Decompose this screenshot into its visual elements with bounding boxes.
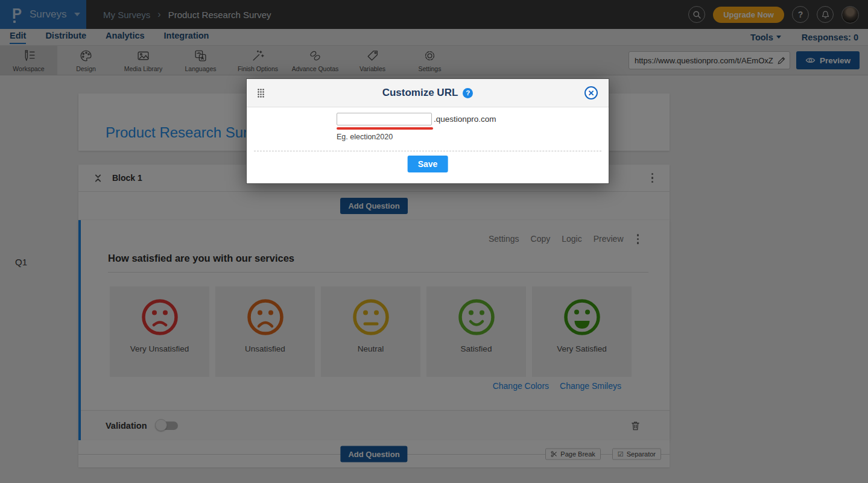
drag-handle[interactable] — [258, 89, 264, 98]
input-hint: Eg. election2020 — [337, 133, 393, 141]
modal-backdrop[interactable] — [0, 0, 868, 483]
modal-header: Customize URL ? ✕ — [247, 79, 609, 107]
modal-title-row: Customize URL ? — [247, 87, 609, 99]
custom-url-input[interactable] — [337, 113, 432, 125]
modal-divider — [254, 151, 601, 151]
save-button[interactable]: Save — [408, 156, 448, 172]
modal-title: Customize URL — [382, 87, 458, 99]
domain-suffix: .questionpro.com — [434, 113, 496, 125]
close-modal-button[interactable]: ✕ — [584, 86, 598, 99]
close-icon: ✕ — [588, 89, 595, 98]
custom-url-row: .questionpro.com — [337, 113, 496, 125]
input-error-underline — [337, 127, 433, 130]
drag-dots-icon — [258, 89, 264, 98]
customize-url-modal: Customize URL ? ✕ .questionpro.com Eg. e… — [246, 78, 609, 184]
help-icon[interactable]: ? — [463, 88, 473, 98]
modal-body: .questionpro.com Eg. election2020 Save — [247, 107, 609, 184]
